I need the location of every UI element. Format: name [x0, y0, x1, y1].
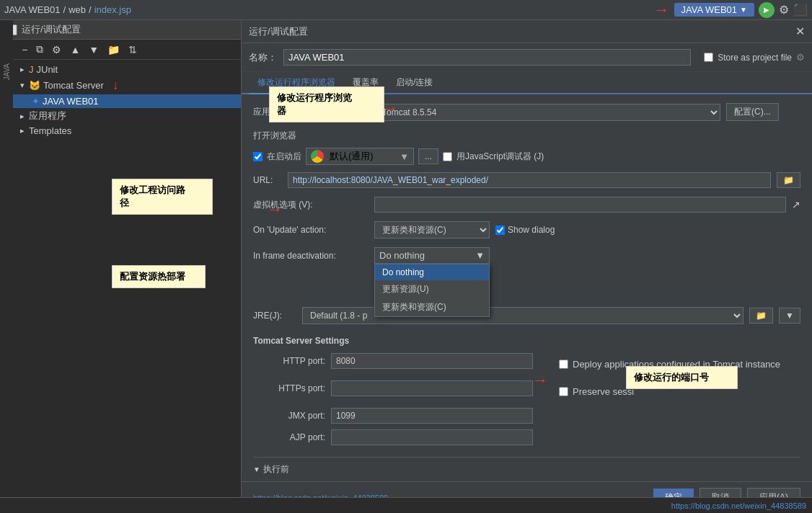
junit-icon: J [29, 64, 34, 75]
browser-select[interactable]: 默认(通用) ▼ [306, 148, 414, 165]
sidebar-item-javaweb01[interactable]: ✦ JAVA WEB01 [0, 94, 241, 108]
expand-icon-apps: ▸ [20, 112, 25, 121]
jre-dots-button[interactable]: ▼ [779, 308, 800, 324]
dropdown-item-update-res[interactable]: 更新资源(U) [375, 280, 489, 298]
sidebar-item-junit[interactable]: ▸ J JUnit [0, 63, 241, 76]
url-row: URL: 📁 [253, 172, 800, 188]
store-project-label: Store as project file [718, 53, 792, 63]
dots-button[interactable]: ... [418, 148, 438, 164]
dropdown-item-update-all[interactable]: 更新类和资源(C) [375, 298, 489, 316]
frame-deact-label: In frame deactivation: [253, 251, 369, 261]
name-input[interactable] [283, 49, 691, 66]
jmx-port-label: JMX port: [253, 411, 325, 421]
sidebar-item-templates[interactable]: ▸ Templates [0, 124, 241, 138]
http-port-input[interactable] [331, 353, 533, 369]
down-config-button[interactable]: ▼ [86, 43, 102, 57]
sidebar-config-label: JAVA WEB01 [43, 96, 99, 107]
jre-folder-button[interactable]: 📁 [749, 308, 773, 324]
breadcrumb-web: web [69, 4, 86, 15]
tomcat-icon: 🐱 [29, 80, 40, 91]
annotation-hotdeploy-text: 配置资源热部署 [120, 271, 185, 282]
jmx-port-row: JMX port: [253, 408, 800, 424]
sidebar-tree: ▸ J JUnit ▾ 🐱 Tomcat Server ↓ ✦ JAVA WEB… [0, 60, 241, 140]
debug-icon[interactable]: ⬛ [793, 3, 808, 17]
ajp-port-input[interactable] [331, 429, 533, 445]
folder-config-button[interactable]: 📁 [105, 43, 123, 57]
dialog-name-row: 名称： Store as project file ⚙ [242, 43, 812, 72]
update-action-row: On 'Update' action: 更新类和资源(C) Show dialo… [253, 221, 800, 238]
jre-label: JRE(J): [253, 311, 296, 321]
sidebar-item-apps[interactable]: ▸ 应用程序 [0, 108, 241, 124]
url-folder-button[interactable]: 📁 [777, 172, 800, 188]
tab-startup[interactable]: 启动/连接 [387, 72, 441, 94]
frame-dropdown-icon: ▼ [475, 250, 485, 261]
config-button[interactable]: 配置(C)... [726, 103, 779, 121]
expand-button[interactable]: ↗ [792, 199, 800, 210]
annotation-hotdeploy: 配置资源热部署 [112, 265, 206, 288]
vm-input[interactable] [374, 197, 786, 213]
sidebar-toolbar: + − ⧉ ⚙ ▲ ▼ 📁 ⇅ [0, 40, 241, 60]
tomcat-settings-title: Tomcat Server Settings [253, 336, 800, 346]
frame-deact-select[interactable]: Do nothing ▼ [374, 247, 490, 264]
sort-config-button[interactable]: ⇅ [125, 43, 140, 57]
url-label: URL: [253, 175, 282, 185]
preserve-checkbox[interactable] [559, 387, 568, 396]
arrow-to-tab: → [382, 99, 398, 118]
name-label: 名称： [249, 51, 278, 64]
settings-config-button[interactable]: ⚙ [49, 43, 64, 57]
breadcrumb-file: index.jsp [94, 4, 131, 15]
browser-row: 在启动后 默认(通用) ▼ ... 用JavaScript调试器 (J) [253, 148, 800, 165]
exec-title[interactable]: 执行前 [253, 463, 800, 476]
annotation-browser: 修改运行程序浏览器 [269, 86, 384, 122]
dialog-titlebar: 运行/调试配置 ✕ [242, 20, 812, 43]
sidebar-apps-label: 应用程序 [29, 110, 66, 122]
store-project-checkbox[interactable] [704, 53, 713, 62]
remove-config-button[interactable]: − [19, 43, 30, 57]
vm-row: 虚拟机选项 (V): ↗ [253, 197, 800, 213]
browser-label: 默认(通用) [330, 150, 374, 163]
copy-config-button[interactable]: ⧉ [33, 42, 46, 57]
jre-select[interactable]: Default (1.8 - p [302, 307, 743, 324]
breadcrumb-java: JAVA WEB01 [4, 4, 61, 15]
https-port-input[interactable] [331, 380, 533, 396]
left-icons-panel: JAVA [0, 20, 13, 513]
update-action-select[interactable]: 更新类和资源(C) [374, 221, 490, 238]
js-debugger-checkbox[interactable] [443, 152, 452, 161]
preserve-label: Preserve sessi [573, 386, 634, 397]
jmx-port-input[interactable] [331, 408, 533, 424]
show-dialog-checkbox[interactable] [495, 226, 505, 235]
sidebar-item-tomcat[interactable]: ▾ 🐱 Tomcat Server ↓ [0, 76, 241, 94]
run-config-label: JAVA WEB01 [681, 4, 738, 15]
top-bar: JAVA WEB01 / web / index.jsp → JAVA WEB0… [0, 0, 812, 20]
jre-row: JRE(J): Default (1.8 - p 📁 ▼ [253, 307, 800, 324]
store-project-area: Store as project file ⚙ [704, 52, 805, 63]
on-start-checkbox[interactable] [253, 152, 262, 161]
open-browser-section: 打开浏览器 [253, 130, 800, 142]
update-action-label: On 'Update' action: [253, 225, 369, 235]
gear-icon-top[interactable]: ⚙ [779, 3, 789, 17]
ajp-port-label: AJP port: [253, 432, 325, 442]
up-config-button[interactable]: ▲ [67, 43, 83, 57]
store-gear-icon[interactable]: ⚙ [796, 52, 805, 63]
expand-icon: ▸ [20, 65, 25, 74]
run-config-button[interactable]: JAVA WEB01 ▼ [674, 3, 754, 17]
sidebar-header: ⬜ 运行/调试配置 [0, 20, 241, 40]
dropdown-item-nothing[interactable]: Do nothing [375, 264, 489, 280]
https-port-label: HTTPs port: [253, 383, 325, 393]
close-button[interactable]: ✕ [795, 24, 805, 38]
dialog-content: 应用程序服务器(S): Tomcat 8.5.54 配置(C)... 打开浏览器… [242, 94, 812, 481]
top-bar-right: → JAVA WEB01 ▼ ⚙ ⬛ [654, 1, 808, 19]
config-icon: ✦ [32, 96, 40, 107]
arrow-to-port: → [532, 371, 548, 390]
show-dialog-label: Show dialog [508, 225, 623, 235]
show-dialog-row: Show dialog [495, 225, 623, 235]
url-input[interactable] [288, 172, 771, 188]
deploy-checkbox[interactable] [559, 360, 568, 369]
status-url[interactable]: https://blog.csdn.net/weixin_44838589 [671, 501, 806, 510]
run-button[interactable] [759, 2, 775, 18]
app-server-select[interactable]: Tomcat 8.5.54 [374, 104, 720, 121]
frame-select-wrapper: Do nothing ▼ Do nothing 更新资源(U) 更新类和资源(C… [374, 247, 490, 264]
http-port-row: HTTP port: [253, 353, 533, 369]
https-port-row: HTTPs port: [253, 380, 533, 396]
sidebar-templates-label: Templates [29, 125, 71, 136]
